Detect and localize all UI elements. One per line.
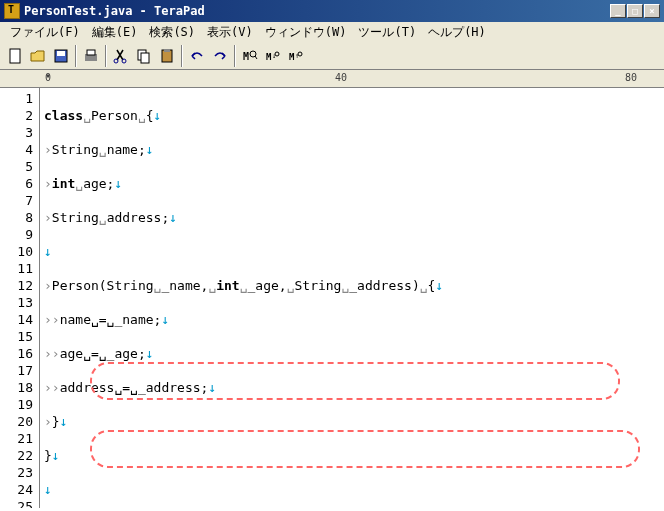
line-number: 13 [0, 294, 33, 311]
undo-icon[interactable] [186, 45, 208, 67]
open-file-icon[interactable] [27, 45, 49, 67]
close-button[interactable]: × [644, 4, 660, 18]
line-number: 17 [0, 362, 33, 379]
line-number: 11 [0, 260, 33, 277]
save-icon[interactable] [50, 45, 72, 67]
line-gutter: 1 2 3 4 5 6 7 8 9 10 11 12 13 14 15 16 1… [0, 88, 40, 508]
code-content[interactable]: class␣Person␣{↓ ›String␣name;↓ ›int␣age;… [40, 88, 664, 508]
line-number: 5 [0, 158, 33, 175]
cut-icon[interactable] [110, 45, 132, 67]
print-icon[interactable] [80, 45, 102, 67]
svg-rect-8 [141, 53, 149, 63]
svg-point-6 [122, 59, 126, 63]
menu-edit[interactable]: 編集(E) [86, 22, 144, 43]
copy-icon[interactable] [133, 45, 155, 67]
line-number: 1 [0, 90, 33, 107]
menu-bar: ファイル(F) 編集(E) 検索(S) 表示(V) ウィンドウ(W) ツール(T… [0, 22, 664, 42]
new-file-icon[interactable] [4, 45, 26, 67]
line-number: 20 [0, 413, 33, 430]
ruler-tick: 40 [335, 72, 347, 83]
line-number: 24 [0, 481, 33, 498]
line-number: 14 [0, 311, 33, 328]
line-number: 8 [0, 209, 33, 226]
line-number: 9 [0, 226, 33, 243]
line-number: 16 [0, 345, 33, 362]
line-number: 12 [0, 277, 33, 294]
ruler: ▾ 0 40 80 [0, 70, 664, 88]
minimize-button[interactable]: _ [610, 4, 626, 18]
svg-text:M: M [243, 51, 249, 62]
line-number: 3 [0, 124, 33, 141]
line-number: 4 [0, 141, 33, 158]
redo-icon[interactable] [209, 45, 231, 67]
title-bar: PersonTest.java - TeraPad _ □ × [0, 0, 664, 22]
line-number: 2 [0, 107, 33, 124]
svg-rect-0 [10, 49, 20, 63]
svg-rect-2 [57, 51, 65, 56]
line-number: 10 [0, 243, 33, 260]
paste-icon[interactable] [156, 45, 178, 67]
find-icon[interactable]: M [239, 45, 261, 67]
menu-file[interactable]: ファイル(F) [4, 22, 86, 43]
maximize-button[interactable]: □ [627, 4, 643, 18]
app-icon [4, 3, 20, 19]
line-number: 23 [0, 464, 33, 481]
menu-window[interactable]: ウィンドウ(W) [259, 22, 353, 43]
svg-line-13 [255, 56, 257, 59]
window-buttons: _ □ × [610, 4, 660, 18]
line-number: 19 [0, 396, 33, 413]
ruler-tick: 0 [45, 72, 51, 83]
line-number: 25 [0, 498, 33, 508]
menu-view[interactable]: 表示(V) [201, 22, 259, 43]
line-number: 6 [0, 175, 33, 192]
svg-rect-4 [87, 50, 95, 55]
editor-area[interactable]: 1 2 3 4 5 6 7 8 9 10 11 12 13 14 15 16 1… [0, 88, 664, 508]
line-number: 7 [0, 192, 33, 209]
line-number: 18 [0, 379, 33, 396]
svg-rect-10 [164, 49, 170, 52]
line-number: 15 [0, 328, 33, 345]
toolbar: M M↓ M↑ [0, 42, 664, 70]
ruler-tick: 80 [625, 72, 637, 83]
svg-point-5 [114, 59, 118, 63]
line-number: 22 [0, 447, 33, 464]
find-prev-icon[interactable]: M↑ [285, 45, 307, 67]
menu-help[interactable]: ヘルプ(H) [422, 22, 492, 43]
find-next-icon[interactable]: M↓ [262, 45, 284, 67]
window-title: PersonTest.java - TeraPad [24, 4, 205, 18]
line-number: 21 [0, 430, 33, 447]
menu-search[interactable]: 検索(S) [143, 22, 201, 43]
menu-tool[interactable]: ツール(T) [352, 22, 422, 43]
